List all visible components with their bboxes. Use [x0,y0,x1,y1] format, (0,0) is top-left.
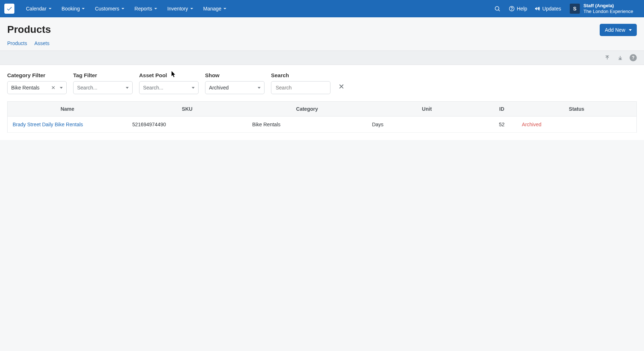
cell-name-link[interactable]: Brady Street Daily Bike Rentals [8,117,128,133]
global-search-button[interactable] [491,2,504,15]
user-text: Staff (Angela) The London Experience [583,3,633,14]
chevron-down-icon [121,8,124,9]
tag-filter-placeholder: Search... [77,85,124,91]
show-filter-select[interactable]: Archived [205,81,265,94]
nav-inventory[interactable]: Inventory [162,0,198,17]
nav-calendar[interactable]: Calendar [21,0,57,17]
help-label: Help [517,6,527,12]
table-row[interactable]: Brady Street Daily Bike Rentals 52169497… [8,117,637,133]
help-button[interactable]: Help [507,6,529,12]
user-org: The London Experience [583,9,633,14]
table-header-row: Name SKU Category Unit ID Status [8,102,637,117]
user-menu[interactable]: S Staff (Angela) The London Experience [566,3,640,14]
svg-point-3 [511,10,512,10]
question-icon: ? [632,55,634,60]
download-button[interactable] [617,54,624,61]
search-label: Search [271,72,330,78]
cell-category: Bike Rentals [247,117,367,133]
nav-inventory-label: Inventory [167,6,188,12]
table-toolbar: ? [0,51,644,65]
filters-row: Category Filter Bike Rentals ✕ Tag Filte… [0,65,644,101]
user-name: Staff (Angela) [583,3,633,9]
search-input-wrap[interactable] [271,81,330,94]
th-sku[interactable]: SKU [127,102,247,117]
nav-manage[interactable]: Manage [198,0,232,17]
cell-id: 52 [487,117,517,133]
tab-products[interactable]: Products [7,40,27,46]
chevron-down-icon [126,87,129,89]
chevron-down-icon [82,8,85,9]
top-navbar: Calendar Booking Customers Reports Inven… [0,0,644,17]
page-header: Products Products Assets Add New [0,17,644,51]
upload-icon [604,55,610,61]
nav-customers-label: Customers [95,6,119,12]
user-avatar-badge: S [570,4,580,14]
cell-unit: Days [367,117,487,133]
asset-pool-select[interactable]: Search... [139,81,199,94]
nav-customers[interactable]: Customers [90,0,129,17]
chevron-down-icon [629,29,632,31]
nav-reports[interactable]: Reports [129,0,162,17]
category-filter-select[interactable]: Bike Rentals ✕ [7,81,67,94]
chevron-down-icon [60,87,63,89]
show-filter-label: Show [205,72,265,78]
tag-filter-label: Tag Filter [73,72,133,78]
products-table-wrap: Name SKU Category Unit ID Status Brady S… [0,101,644,140]
tab-assets[interactable]: Assets [34,40,49,46]
nav-booking[interactable]: Booking [57,0,90,17]
asset-pool-placeholder: Search... [143,85,190,91]
add-new-button[interactable]: Add New [600,24,637,36]
add-new-label: Add New [605,27,625,33]
updates-button[interactable]: Updates [532,6,563,12]
svg-line-1 [498,10,499,11]
chevron-down-icon [190,8,193,9]
tag-filter-select[interactable]: Search... [73,81,133,94]
asset-pool-label: Asset Pool [139,72,199,78]
chevron-down-icon [192,87,195,89]
category-filter-label: Category Filter [7,72,67,78]
cell-sku: 521694974490 [127,117,247,133]
nav-booking-label: Booking [62,6,80,12]
upload-button[interactable] [604,54,611,61]
nav-calendar-label: Calendar [26,6,46,12]
nav-reports-label: Reports [134,6,152,12]
nav-manage-label: Manage [203,6,222,12]
products-table: Name SKU Category Unit ID Status Brady S… [7,101,637,133]
category-filter-clear[interactable]: ✕ [49,85,58,91]
search-icon [494,5,501,12]
th-status[interactable]: Status [517,102,637,117]
chevron-down-icon [258,87,261,89]
th-unit[interactable]: Unit [367,102,487,117]
th-name[interactable]: Name [8,102,128,117]
chevron-down-icon [49,8,52,9]
table-help-button[interactable]: ? [630,54,637,61]
svg-point-0 [495,6,499,10]
download-icon [617,55,623,61]
th-category[interactable]: Category [247,102,367,117]
cell-status: Archived [517,117,637,133]
th-id[interactable]: ID [487,102,517,117]
show-filter-value: Archived [209,85,256,91]
updates-indicator-dot [537,7,540,10]
chevron-down-icon [223,8,226,9]
search-input[interactable] [275,84,339,91]
help-icon [509,6,515,12]
chevron-down-icon [154,8,157,9]
category-filter-value: Bike Rentals [11,85,49,91]
app-logo[interactable] [4,4,14,14]
updates-label: Updates [542,6,561,12]
page-title: Products [7,24,51,35]
logo-check-icon [6,5,13,12]
